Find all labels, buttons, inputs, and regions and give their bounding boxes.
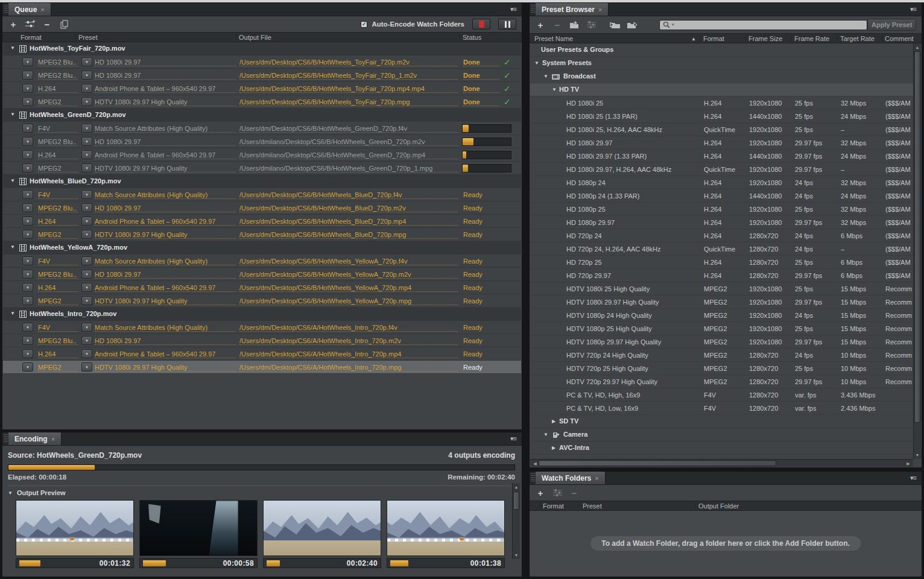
preset-dropdown[interactable]: ▼ [81, 296, 92, 305]
scrollbar-thumb[interactable] [914, 51, 920, 423]
output-format[interactable]: MPEG2 Blu.. [38, 138, 78, 146]
output-format[interactable]: H.264 [38, 151, 78, 159]
output-file-path[interactable]: /Users/dm/Desktop/CS6/B/HotWheels_BlueD_… [239, 218, 458, 226]
output-format[interactable]: H.264 [38, 85, 78, 93]
preview-scrollbar[interactable]: ▲ ▼ [512, 483, 520, 559]
watch-folders-drop-zone[interactable]: To add a Watch Folder, drag a folder her… [530, 511, 921, 576]
queue-output-row[interactable]: ▼ MPEG2 Blu.. ▼ HD 1080i 29.97 /Users/dm… [3, 268, 521, 281]
output-file-path[interactable]: /Users/dm/Desktop/CS6/B/HotWheels_ToyFai… [239, 59, 458, 66]
tree-item-camera[interactable]: ▼ Camera [530, 428, 913, 441]
queue-output-row[interactable]: ▼ MPEG2 Blu.. ▼ HD 1080i 29.97 /Users/dm… [3, 201, 521, 215]
preset-row[interactable]: HD 1080p 24 H.264 1920x1080 24 fps 32 Mb… [530, 176, 913, 189]
tab-watch-folders[interactable]: Watch Folders × [536, 472, 606, 484]
preset-row[interactable]: PC & TV, HD, High, 16x9 F4V 1280x720 var… [530, 388, 913, 402]
format-dropdown[interactable]: ▼ [22, 336, 33, 345]
preset-dropdown[interactable]: ▼ [81, 362, 92, 372]
format-dropdown[interactable]: ▼ [22, 71, 33, 80]
preset-list-h-scrollbar[interactable]: ◀ ▶ [530, 459, 913, 467]
output-preset[interactable]: Android Phone & Tablet – 960x540 29.97 [95, 284, 236, 292]
delete-preset-button[interactable]: − [552, 19, 563, 30]
stop-queue-button[interactable] [472, 19, 490, 30]
preset-row[interactable]: HD 720p 25 H.264 1280x720 25 fps 6 Mbps … [530, 256, 913, 269]
column-header-output-file[interactable]: Output File [239, 34, 271, 41]
queue-output-row[interactable]: ▼ F4V ▼ Match Source Attributes (High Qu… [3, 321, 521, 334]
output-file-path[interactable]: /Users/dm/Desktop/CS6/B/HotWheels_ToyFai… [239, 85, 458, 93]
output-preset[interactable]: HDTV 1080i 29.97 High Quality [95, 98, 236, 106]
collapsed-expander-icon[interactable]: ▶ [552, 419, 555, 424]
output-format[interactable]: MPEG2 [38, 297, 78, 305]
tree-item-hd-tv[interactable]: ▼ HD TV [530, 83, 913, 96]
queue-output-row[interactable]: ▼ MPEG2 ▼ HDTV 1080i 29.97 High Quality … [3, 361, 521, 374]
queue-source-row[interactable]: ▼ HotWheels_ToyFair_720p.mov [3, 42, 521, 55]
queue-output-row[interactable]: ▼ F4V ▼ Match Source Attributes (High Qu… [3, 188, 521, 201]
preset-row[interactable]: HD 720p 29.97 H.264 1280x720 29.97 fps 6… [530, 269, 913, 282]
column-header-status[interactable]: Status [463, 34, 481, 41]
preset-row[interactable]: HDTV 720p 29.97 High Quality MPEG2 1280x… [530, 375, 913, 388]
remove-button[interactable]: − [42, 19, 52, 30]
output-format[interactable]: F4V [38, 324, 78, 332]
preset-dropdown[interactable]: ▼ [81, 190, 92, 199]
output-preset[interactable]: Android Phone & Tablet – 960x540 29.97 [95, 350, 236, 358]
preset-row[interactable]: HDTV 720p 25 High Quality MPEG2 1280x720… [530, 362, 913, 375]
output-file-path[interactable]: /Users/dm/Desktop/CS6/B/HotWheels_BlueD_… [239, 231, 458, 239]
preset-row[interactable]: HDTV 1080i 29.97 High Quality MPEG2 1920… [530, 296, 913, 309]
preset-list-scrollbar[interactable]: ▲ ▼ [913, 43, 921, 459]
preset-row[interactable]: HD 1080p 29.97 H.264 1920x1080 29.97 fps… [530, 216, 913, 229]
preset-dropdown[interactable]: ▼ [81, 283, 92, 292]
queue-source-row[interactable]: ▼ HotWheels_YellowA_720p.mov [3, 241, 521, 255]
expander-icon[interactable]: ▼ [8, 490, 13, 496]
panel-grip[interactable] [531, 5, 535, 14]
output-format[interactable]: H.264 [38, 350, 78, 358]
output-preset[interactable]: HDTV 1080i 29.97 High Quality [95, 231, 236, 239]
column-header-format[interactable]: Format [21, 34, 42, 41]
output-format[interactable]: MPEG2 Blu.. [38, 271, 78, 279]
preset-dropdown[interactable]: ▼ [81, 84, 92, 93]
add-folder-button[interactable]: + [535, 487, 546, 498]
folder-settings-button[interactable] [552, 487, 563, 498]
output-format[interactable]: MPEG2 [38, 231, 78, 239]
output-format[interactable]: F4V [38, 258, 78, 265]
format-dropdown[interactable]: ▼ [22, 270, 33, 279]
format-dropdown[interactable]: ▼ [22, 230, 33, 239]
column-header-preset-name[interactable]: Preset Name [534, 35, 573, 42]
search-options-icon[interactable]: ▾ [672, 22, 674, 27]
close-icon[interactable]: × [595, 475, 598, 482]
column-header-frame-size[interactable]: Frame Size [748, 35, 782, 42]
duplicate-button[interactable] [59, 19, 69, 30]
preset-row[interactable]: HD 1080i 25, H.264, AAC 48kHz QuickTime … [530, 123, 913, 136]
output-format[interactable]: MPEG2 [38, 165, 78, 172]
format-dropdown[interactable]: ▼ [22, 84, 33, 93]
output-preset[interactable]: Android Phone & Tablet – 960x540 29.97 [95, 85, 236, 93]
queue-output-row[interactable]: ▼ MPEG2 ▼ HDTV 1080i 29.97 High Quality … [3, 294, 521, 308]
preset-dropdown[interactable]: ▼ [81, 349, 92, 358]
panel-grip[interactable] [4, 434, 8, 443]
output-format[interactable]: MPEG2 Blu.. [38, 204, 78, 212]
column-header-comment[interactable]: Comment [885, 35, 914, 42]
preset-row[interactable]: HD 720p 24 H.264 1280x720 24 fps 6 Mbps … [530, 229, 913, 242]
format-dropdown[interactable]: ▼ [22, 362, 33, 372]
output-format[interactable]: H.264 [38, 218, 78, 226]
output-preset[interactable]: HD 1080i 29.97 [95, 271, 236, 279]
output-format[interactable]: F4V [38, 125, 78, 133]
preset-row[interactable]: HD 1080i 25 (1.33 PAR) H.264 1440x1080 2… [530, 110, 913, 123]
output-preset[interactable]: Match Source Attributes (High Quality) [95, 258, 236, 265]
output-file-path[interactable]: /Users/dm/Desktop/CS6/A/HotWheels_Intro_… [239, 337, 458, 345]
scrollbar-thumb[interactable] [513, 492, 519, 510]
export-preset-button[interactable] [627, 19, 638, 30]
preset-dropdown[interactable]: ▼ [81, 150, 92, 159]
preset-row[interactable]: HDTV 720p 24 High Quality MPEG2 1280x720… [530, 349, 913, 362]
preset-dropdown[interactable]: ▼ [81, 97, 92, 106]
preset-search-input[interactable] [676, 21, 864, 29]
output-file-path[interactable]: /Users/dm/Desktop/CS6/A/HotWheels_Intro_… [239, 350, 458, 358]
panel-menu-icon[interactable]: ▾≡ [905, 3, 922, 16]
output-file-path[interactable]: /Users/dm/Desktop/CS6/B/HotWheels_BlueD_… [239, 204, 458, 212]
output-format[interactable]: MPEG2 Blu.. [38, 72, 78, 80]
output-file-path[interactable]: /Users/dm/Desktop/CS6/B/HotWheels_Yellow… [239, 271, 458, 279]
apply-preset-button[interactable]: Apply Preset [867, 19, 916, 31]
preset-row[interactable]: HD 1080i 29.97 (1.33 PAR) H.264 1440x108… [530, 150, 913, 163]
output-preset[interactable]: HD 1080i 29.97 [95, 138, 236, 146]
preset-dropdown[interactable]: ▼ [81, 71, 92, 80]
preset-row[interactable]: HD 1080p 25 H.264 1920x1080 25 fps 32 Mb… [530, 203, 913, 216]
preset-row[interactable]: HDTV 1080p 24 High Quality MPEG2 1920x10… [530, 309, 913, 322]
tab-preset-browser[interactable]: Preset Browser × [536, 3, 609, 16]
